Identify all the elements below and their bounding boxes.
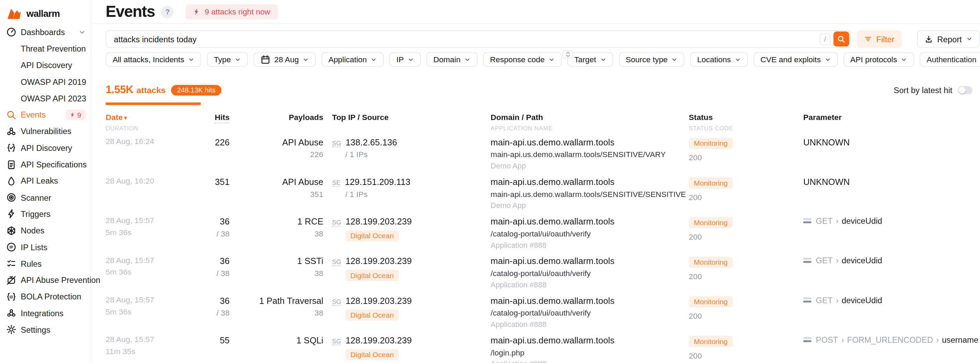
wallarm-logo[interactable]: wallarm (0, 0, 91, 20)
id-braces-icon: ID (6, 292, 16, 302)
filter-button[interactable]: Filter (857, 30, 902, 48)
sidebar-item-owasp-api-2023[interactable]: OWASP API 2023 (0, 90, 91, 107)
table-row[interactable]: 28 Aug, 15:57 11m 35s 55 1 SQLi SG 128.1… (105, 329, 980, 363)
sidebar-item-api-discovery[interactable]: API Discovery (0, 140, 91, 156)
filter-chip-application[interactable]: Application (321, 52, 384, 67)
sidebar-item-bola-protection[interactable]: ID BOLA Protection (0, 288, 91, 305)
row-ip[interactable]: 128.199.203.239 (345, 256, 412, 266)
filter-chip-type[interactable]: Type (207, 52, 248, 67)
col-header-parameter: Parameter (803, 113, 980, 131)
sidebar-item-label: Nodes (21, 226, 45, 235)
row-domain[interactable]: main-api.us.demo.wallarm.tools (491, 256, 689, 266)
gauge-icon (6, 27, 16, 37)
filter-chip-target[interactable]: Target (567, 52, 613, 67)
sidebar-item-events[interactable]: Events 9 (0, 107, 91, 123)
sidebar-item-api-discovery[interactable]: API Discovery (0, 57, 91, 73)
filter-chip-source-type[interactable]: Source type (619, 52, 685, 67)
sidebar-nav: Dashboards Threat Prevention API Discove… (0, 24, 91, 338)
scanner-icon (6, 193, 16, 202)
row-parameter-chain: GET›deviceUdid (803, 256, 980, 265)
sort-desc-icon: ▾ (124, 114, 127, 121)
filter-chip-authentication[interactable]: Authentication (920, 52, 980, 67)
filter-chip-28-aug[interactable]: 28 Aug (253, 52, 316, 67)
row-ip[interactable]: 128.199.203.239 (345, 295, 412, 305)
parameter-segment: GET (816, 295, 833, 304)
filter-button-label: Filter (876, 34, 894, 44)
row-hits-sub: / 38 (194, 229, 229, 238)
sidebar-item-vulnerabilities[interactable]: Vulnerabilities (0, 123, 91, 140)
table-row[interactable]: 28 Aug, 15:57 5m 36s 36 / 38 1 Path Trav… (105, 290, 980, 329)
status-badge: Monitoring (689, 217, 733, 228)
shortcut-key-badge: / (820, 33, 830, 45)
sidebar-item-integrations[interactable]: Integrations (0, 305, 91, 322)
row-domain[interactable]: main-api.us.demo.wallarm.tools (491, 216, 689, 226)
filter-chip-response-code[interactable]: Response code (483, 52, 562, 67)
row-domain[interactable]: main-api.us.demo.wallarm.tools (491, 295, 689, 305)
parameter-icon (803, 218, 811, 223)
table-row[interactable]: 28 Aug, 15:57 5m 36s 36 / 38 1 RCE 38 SG… (105, 210, 980, 250)
filter-chip-cve-and-exploits[interactable]: CVE and exploits (753, 52, 838, 67)
chevron-down-icon (302, 56, 309, 62)
table-row[interactable]: 28 Aug, 16:24 226 API Abuse 226 SG 138.2… (105, 131, 980, 170)
row-ip[interactable]: 138.2.65.136 (345, 137, 397, 147)
help-icon[interactable]: ? (161, 5, 174, 18)
sidebar-item-api-leaks[interactable]: API Leaks (0, 173, 91, 189)
sidebar-item-nodes[interactable]: Nodes (0, 223, 91, 239)
sidebar-item-owasp-api-2019[interactable]: OWASP API 2019 (0, 73, 91, 90)
chevron-down-icon (735, 56, 741, 62)
nodes-icon (6, 226, 16, 236)
row-hits: 226 (194, 137, 229, 147)
status-code: 200 (689, 153, 803, 162)
row-domain[interactable]: main-api.us.demo.wallarm.tools (491, 176, 689, 186)
sidebar-item-label: BOLA Protection (21, 292, 81, 301)
source-provider-badge: Digital Ocean (345, 230, 399, 241)
document-icon (6, 159, 16, 169)
search-button[interactable] (834, 31, 850, 46)
parameter-segment: GET (816, 216, 833, 225)
row-hits: 55 (194, 335, 229, 345)
integrations-icon (6, 308, 16, 318)
sidebar-item-threat-prevention[interactable]: Threat Prevention (0, 41, 91, 57)
filter-chip-api-protocols[interactable]: API protocols (843, 52, 914, 67)
sort-toggle[interactable] (958, 86, 972, 94)
sidebar-item-ip-lists[interactable]: IP IP Lists (0, 239, 91, 255)
col-header-hits[interactable]: Hits (194, 113, 229, 131)
sidebar-item-settings[interactable]: Settings (0, 322, 91, 338)
filter-chip-locations[interactable]: Locations (690, 52, 748, 67)
chevron-down-icon (966, 36, 972, 42)
download-icon (924, 35, 933, 43)
row-ip[interactable]: 128.199.203.239 (345, 216, 412, 226)
row-application: Application #888 (491, 359, 689, 363)
row-ip[interactable]: 129.151.209.113 (345, 176, 410, 186)
col-header-date[interactable]: Date▾ (105, 113, 194, 122)
filter-chip-all-attacks-incidents[interactable]: All attacks, Incidents (105, 52, 201, 67)
row-ip[interactable]: 128.199.203.239 (345, 335, 412, 345)
search-input[interactable] (114, 34, 820, 44)
chevron-down-icon (464, 56, 470, 62)
sidebar-item-triggers[interactable]: Triggers (0, 206, 91, 223)
row-payload-sub: 351 (230, 190, 324, 199)
filter-chip-domain[interactable]: Domain (426, 52, 477, 67)
sidebar-item-api-specifications[interactable]: API Specifications (0, 156, 91, 173)
table-row[interactable]: 28 Aug, 15:57 5m 36s 36 / 38 1 SSTi 38 S… (105, 250, 980, 290)
report-button[interactable]: Report (917, 30, 980, 48)
bot-blocked-icon (6, 275, 16, 285)
sidebar-item-dashboards[interactable]: Dashboards (0, 24, 91, 41)
sidebar-item-scanner[interactable]: Scanner (0, 189, 91, 206)
sidebar-item-api-abuse-prevention[interactable]: API Abuse Prevention (0, 272, 91, 288)
filter-icon (864, 35, 872, 43)
row-date: 28 Aug, 16:20 (105, 176, 194, 185)
sidebar-item-rules[interactable]: Rules (0, 255, 91, 272)
row-domain[interactable]: main-api.us.demo.wallarm.tools (491, 335, 689, 345)
row-domain[interactable]: main-api.us.demo.wallarm.tools (491, 137, 689, 147)
row-payload: 1 SSTi (230, 256, 324, 266)
row-duration: 11m 35s (105, 347, 194, 356)
attacks-alert-badge[interactable]: 9 attacks right now (186, 4, 277, 19)
table-row[interactable]: 28 Aug, 16:20 351 API Abuse 351 SE 129.1… (105, 171, 980, 210)
chip-label: 28 Aug (274, 55, 299, 64)
filter-chip-ip[interactable]: IP (390, 52, 421, 67)
status-code: 200 (689, 193, 803, 202)
search-resize-handle[interactable] (562, 50, 573, 59)
row-payload: 1 Path Traversal (230, 295, 324, 305)
col-header-domain: Domain / Path (491, 113, 689, 122)
